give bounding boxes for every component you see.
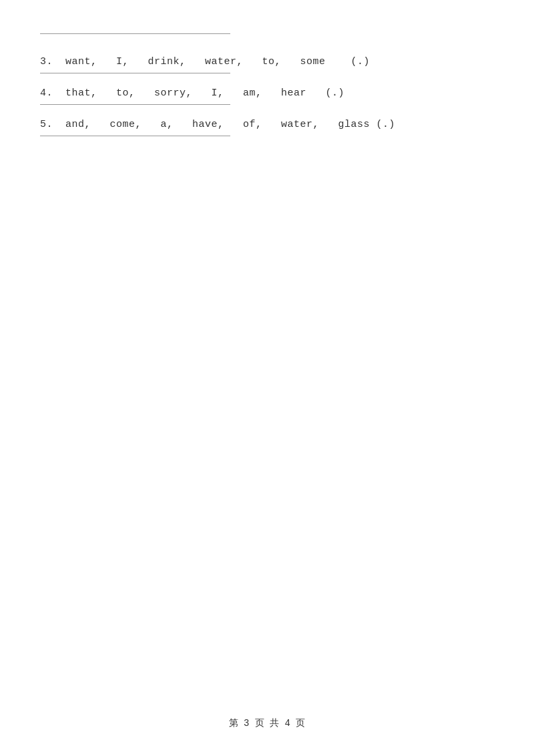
question-3-text: 3. want, I, drink, water, to, some (.) xyxy=(40,54,494,70)
page-footer: 第 3 页 共 4 页 xyxy=(0,717,534,729)
top-answer-line xyxy=(40,33,230,34)
question-3-block: 3. want, I, drink, water, to, some (.) xyxy=(40,54,494,73)
question-5-text: 5. and, come, a, have, of, water, glass … xyxy=(40,117,494,133)
question-4-block: 4. that, to, sorry, I, am, hear (.) xyxy=(40,85,494,105)
question-4-answer-line xyxy=(40,104,230,105)
question-3-answer-line xyxy=(40,73,230,73)
page-number-text: 第 3 页 共 4 页 xyxy=(229,718,306,729)
question-5-answer-line xyxy=(40,136,230,136)
question-5-block: 5. and, come, a, have, of, water, glass … xyxy=(40,117,494,136)
page-container: 3. want, I, drink, water, to, some (.) 4… xyxy=(0,0,534,756)
question-4-text: 4. that, to, sorry, I, am, hear (.) xyxy=(40,85,494,102)
